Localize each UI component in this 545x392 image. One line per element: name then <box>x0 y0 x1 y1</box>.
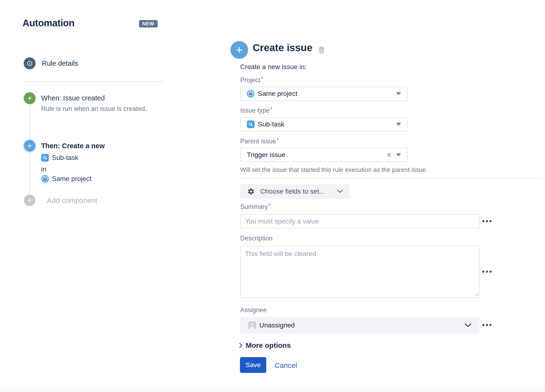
new-badge: NEW <box>139 20 158 28</box>
issue-type-select[interactable]: Sub-task <box>240 117 408 132</box>
when-step-title[interactable]: When: Issue created <box>41 94 105 102</box>
choose-fields-button[interactable]: Choose fields to set... <box>240 184 350 199</box>
then-step-issue-type[interactable]: Sub-task <box>41 154 79 162</box>
summary-input[interactable] <box>240 214 479 229</box>
gear-icon <box>247 188 254 195</box>
then-project-label: Same project <box>52 175 91 183</box>
panel-title: Create issue <box>253 42 312 54</box>
chevron-down-icon <box>337 190 343 193</box>
summary-more-button[interactable] <box>482 220 492 222</box>
unassigned-avatar: ? <box>248 321 256 329</box>
stepper-connector <box>29 146 30 201</box>
resize-handle-icon[interactable] <box>474 292 478 296</box>
save-button[interactable]: Save <box>240 357 266 373</box>
bottom-band <box>0 386 545 392</box>
required-mark: * <box>261 76 263 82</box>
description-textarea[interactable] <box>240 246 479 298</box>
add-component-plus-icon[interactable] <box>24 195 35 206</box>
more-options-toggle[interactable]: More options <box>239 341 291 350</box>
then-step-project[interactable]: Same project <box>41 175 91 183</box>
required-mark: * <box>268 202 271 209</box>
svg-text:?: ? <box>251 323 253 326</box>
clear-icon[interactable]: × <box>386 151 391 159</box>
then-issue-type-label: Sub-task <box>52 154 79 162</box>
action-plus-icon[interactable] <box>24 140 35 151</box>
panel-divider <box>240 178 542 179</box>
issue-type-field-label: Issue type* <box>240 106 272 114</box>
parent-issue-select[interactable]: Trigger issue × <box>240 148 408 162</box>
page-title: Automation <box>23 18 74 28</box>
info-icon <box>24 57 36 69</box>
more-options-label: More options <box>246 341 291 350</box>
assignee-field-label: Assignee <box>240 307 267 314</box>
choose-fields-label: Choose fields to set... <box>260 188 332 195</box>
project-field-label: Project* <box>240 76 263 84</box>
summary-field-label: Summary* <box>240 202 271 211</box>
add-component-label[interactable]: Add component <box>47 196 97 205</box>
assignee-select-value: Unassigned <box>259 321 464 329</box>
sidebar-divider <box>23 81 163 82</box>
parent-issue-field-label: Parent issue* <box>240 137 279 145</box>
trash-icon[interactable] <box>317 45 326 54</box>
dropdown-arrow-icon <box>396 153 401 156</box>
trigger-plus-icon[interactable] <box>24 92 36 104</box>
required-mark: * <box>270 106 272 112</box>
dropdown-arrow-icon <box>396 123 401 126</box>
parent-issue-select-value: Trigger issue <box>247 151 386 159</box>
required-mark: * <box>277 137 279 143</box>
description-more-button[interactable] <box>482 271 492 273</box>
project-select-value: Same project <box>258 90 396 97</box>
then-step-connector-text: in <box>41 165 46 173</box>
automation-page: Automation NEW Rule details When: Issue … <box>0 0 545 392</box>
subtask-icon <box>247 121 254 128</box>
subtask-icon <box>41 154 49 162</box>
stepper-connector <box>29 98 30 146</box>
rule-details-label: Rule details <box>42 60 78 67</box>
parent-issue-help-text: Will set the issue that started this rul… <box>240 166 427 174</box>
when-step-description: Rule is run when an issue is created. <box>41 105 147 113</box>
issue-type-select-value: Sub-task <box>258 121 396 128</box>
create-issue-plus-icon <box>230 41 248 59</box>
project-select[interactable]: Same project <box>240 86 408 101</box>
chevron-down-icon <box>464 323 471 327</box>
then-step-title[interactable]: Then: Create a new <box>41 142 105 150</box>
panel-intro-text: Create a new issue in: <box>240 63 306 71</box>
sidebar-item-rule-details[interactable]: Rule details <box>24 57 78 69</box>
assignee-more-button[interactable] <box>482 324 492 326</box>
assignee-select[interactable]: ? Unassigned <box>240 317 479 334</box>
chevron-right-icon <box>239 343 242 348</box>
description-field-label: Description <box>240 235 272 242</box>
project-avatar <box>41 175 49 183</box>
dropdown-arrow-icon <box>396 92 401 95</box>
cancel-button[interactable]: Cancel <box>275 362 297 369</box>
project-avatar <box>247 90 254 97</box>
